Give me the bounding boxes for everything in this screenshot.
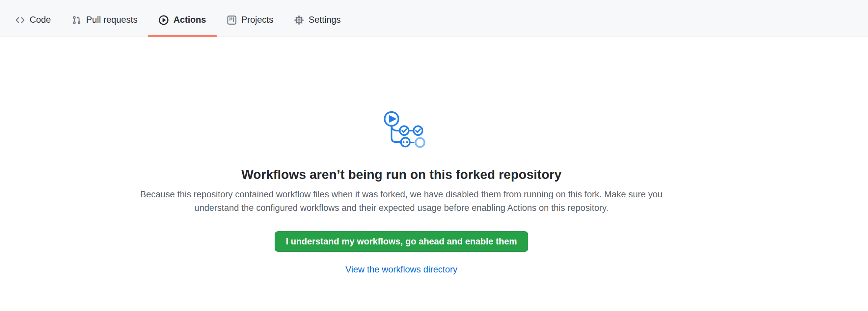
actions-empty-state: Workflows aren’t being run on this forke… bbox=[0, 37, 803, 275]
empty-state-description: Because this repository contained workfl… bbox=[131, 188, 672, 215]
git-pull-request-icon bbox=[72, 15, 81, 25]
tab-label: Code bbox=[30, 15, 51, 25]
gear-icon bbox=[294, 15, 304, 25]
project-board-icon bbox=[227, 15, 237, 25]
view-workflows-directory-link[interactable]: View the workflows directory bbox=[345, 265, 457, 274]
tab-projects[interactable]: Projects bbox=[217, 3, 284, 37]
empty-state-title: Workflows aren’t being run on this forke… bbox=[0, 167, 803, 183]
enable-workflows-button[interactable]: I understand my workflows, go ahead and … bbox=[275, 231, 528, 252]
tab-label: Settings bbox=[309, 15, 341, 25]
tab-label: Pull requests bbox=[86, 15, 137, 25]
tab-actions[interactable]: Actions bbox=[148, 3, 217, 37]
link-row: View the workflows directory bbox=[0, 265, 803, 275]
workflow-graph-icon bbox=[383, 111, 426, 150]
code-icon bbox=[16, 15, 25, 25]
repo-tab-bar: Code Pull requests Actions bbox=[0, 0, 868, 37]
tab-code[interactable]: Code bbox=[5, 3, 62, 37]
button-row: I understand my workflows, go ahead and … bbox=[0, 215, 803, 252]
tab-settings[interactable]: Settings bbox=[284, 3, 351, 37]
tab-label: Actions bbox=[174, 15, 206, 25]
tab-label: Projects bbox=[241, 15, 274, 25]
tab-pull-requests[interactable]: Pull requests bbox=[62, 3, 148, 37]
play-circle-icon bbox=[159, 15, 168, 25]
